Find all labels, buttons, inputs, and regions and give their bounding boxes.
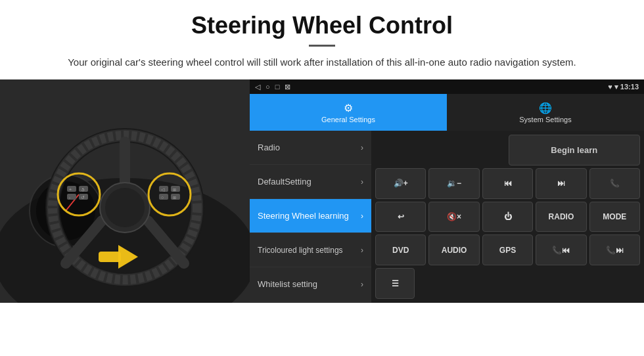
general-settings-icon: ⚙ bbox=[344, 102, 353, 114]
list-button[interactable]: ☰ bbox=[375, 268, 415, 299]
title-divider bbox=[309, 45, 335, 47]
signal-icon: ♥ ▾ bbox=[608, 83, 620, 91]
status-bar-right: ♥ ▾ 13:13 bbox=[608, 83, 639, 91]
svg-text:⊞: ⊞ bbox=[173, 188, 176, 192]
steering-label: Steering Wheel learning bbox=[258, 211, 349, 221]
list-icon: ☰ bbox=[392, 279, 399, 288]
power-icon: ⏻ bbox=[504, 212, 512, 221]
panel-row-2: 🔊+ 🔉− ⏮ ⏭ 📞 bbox=[375, 168, 640, 199]
svg-text:↺: ↺ bbox=[81, 195, 85, 200]
next-icon: ⏭ bbox=[557, 179, 565, 188]
tab-general[interactable]: ⚙ General Settings bbox=[250, 94, 447, 131]
panel-row-5: ☰ bbox=[375, 268, 640, 299]
panel-row-4: DVD AUDIO GPS 📞⏮ 📞⏭ bbox=[375, 234, 640, 265]
default-label: DefaultSetting bbox=[258, 177, 311, 187]
main-row: + - ↺ ↺ ◁ ⊞ ○ ⊞ ◁ ○ bbox=[0, 79, 644, 303]
menu-item-steering[interactable]: Steering Wheel learning › bbox=[250, 199, 371, 233]
car-image-area: + - ↺ ↺ ◁ ⊞ ○ ⊞ bbox=[0, 79, 250, 303]
right-panel: Begin learn 🔊+ 🔉− ⏮ ⏭ bbox=[371, 131, 644, 303]
menu-item-radio[interactable]: Radio › bbox=[250, 131, 371, 165]
radio-label: Radio bbox=[258, 143, 280, 152]
svg-text:○: ○ bbox=[161, 195, 164, 200]
top-section: Steering Wheel Control Your original car… bbox=[0, 0, 644, 79]
prev-icon: ⏮ bbox=[504, 179, 512, 188]
svg-rect-32 bbox=[99, 252, 121, 262]
svg-text:+: + bbox=[69, 187, 72, 192]
menu-item-tricoloured[interactable]: Tricoloured light settings › bbox=[250, 233, 371, 267]
vol-down-button[interactable]: 🔉− bbox=[428, 168, 479, 199]
back-icon[interactable]: ◁ bbox=[255, 83, 260, 91]
power-button[interactable]: ⏻ bbox=[482, 202, 533, 233]
panel-row-1: Begin learn bbox=[375, 135, 640, 166]
general-settings-label: General Settings bbox=[321, 116, 375, 123]
tel-prev-icon: 📞⏮ bbox=[552, 246, 570, 255]
recents-icon[interactable]: □ bbox=[275, 83, 280, 91]
main-title: Steering Wheel Control bbox=[39, 12, 605, 39]
home-icon[interactable]: ○ bbox=[265, 83, 270, 91]
gps-label: GPS bbox=[499, 246, 516, 255]
whitelist-label: Whitelist setting bbox=[258, 279, 317, 289]
system-settings-label: System Settings bbox=[519, 116, 571, 123]
status-bar-left: ◁ ○ □ ⊠ bbox=[255, 83, 290, 91]
dvd-button[interactable]: DVD bbox=[375, 234, 426, 265]
radio-btn-label: RADIO bbox=[549, 212, 574, 221]
mute-button[interactable]: 🔇× bbox=[428, 202, 479, 233]
menu-item-whitelist[interactable]: Whitelist setting › bbox=[250, 267, 371, 301]
time-display: 13:13 bbox=[620, 83, 639, 91]
tab-system[interactable]: 🌐 System Settings bbox=[447, 94, 644, 131]
menu-item-default[interactable]: DefaultSetting › bbox=[250, 165, 371, 199]
audio-button[interactable]: AUDIO bbox=[428, 234, 479, 265]
tel-next-button[interactable]: 📞⏭ bbox=[589, 234, 640, 265]
tel-prev-button[interactable]: 📞⏮ bbox=[536, 234, 586, 265]
radio-chevron: › bbox=[361, 143, 363, 152]
phone-icon: 📞 bbox=[610, 179, 620, 188]
status-bar: ◁ ○ □ ⊠ ♥ ▾ 13:13 bbox=[250, 79, 644, 94]
steering-chevron: › bbox=[361, 211, 363, 221]
panel-row-3: ↩ 🔇× ⏻ RADIO MODE bbox=[375, 202, 640, 233]
system-settings-icon: 🌐 bbox=[539, 102, 552, 114]
grid-icon[interactable]: ⊠ bbox=[285, 83, 290, 91]
svg-text:⊞: ⊞ bbox=[173, 196, 176, 200]
gps-button[interactable]: GPS bbox=[482, 234, 533, 265]
default-chevron: › bbox=[361, 177, 363, 187]
vol-up-button[interactable]: 🔊+ bbox=[375, 168, 426, 199]
android-ui: ◁ ○ □ ⊠ ♥ ▾ 13:13 ⚙ General Settings 🌐 S… bbox=[250, 79, 644, 303]
mode-label: MODE bbox=[603, 212, 626, 221]
phone-button[interactable]: 📞 bbox=[589, 168, 640, 199]
begin-learn-button[interactable]: Begin learn bbox=[509, 135, 641, 166]
vol-up-icon: 🔊+ bbox=[394, 179, 408, 188]
left-menu: Radio › DefaultSetting › Steering Wheel … bbox=[250, 131, 371, 303]
radio-btn[interactable]: RADIO bbox=[536, 202, 586, 233]
subtitle: Your original car's steering wheel contr… bbox=[39, 55, 605, 70]
audio-label: AUDIO bbox=[442, 246, 467, 255]
back-call-button[interactable]: ↩ bbox=[375, 202, 426, 233]
content-area: Radio › DefaultSetting › Steering Wheel … bbox=[250, 131, 644, 303]
tricoloured-label: Tricoloured light settings bbox=[258, 246, 343, 255]
tricoloured-chevron: › bbox=[361, 246, 363, 255]
whitelist-chevron: › bbox=[361, 280, 363, 289]
dvd-label: DVD bbox=[392, 246, 409, 255]
tab-bar: ⚙ General Settings 🌐 System Settings bbox=[250, 94, 644, 131]
tel-next-icon: 📞⏭ bbox=[606, 246, 624, 255]
back-call-icon: ↩ bbox=[398, 212, 404, 221]
vol-down-icon: 🔉− bbox=[447, 179, 461, 188]
mute-icon: 🔇× bbox=[447, 212, 461, 221]
mode-button[interactable]: MODE bbox=[589, 202, 640, 233]
next-track-button[interactable]: ⏭ bbox=[536, 168, 586, 199]
prev-track-button[interactable]: ⏮ bbox=[482, 168, 533, 199]
svg-point-12 bbox=[105, 188, 145, 227]
empty-btn bbox=[375, 135, 506, 166]
